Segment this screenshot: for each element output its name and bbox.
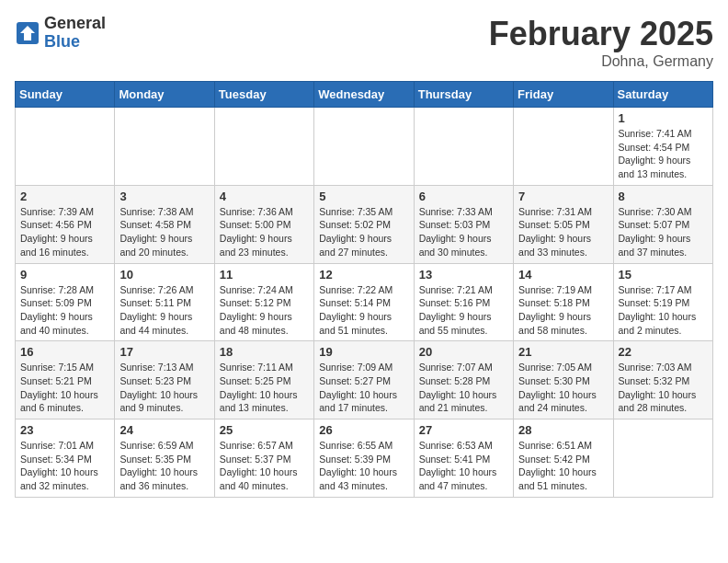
day-cell: 24Sunrise: 6:59 AM Sunset: 5:35 PM Dayli… xyxy=(115,419,214,498)
week-row-5: 23Sunrise: 7:01 AM Sunset: 5:34 PM Dayli… xyxy=(16,419,713,498)
day-number: 17 xyxy=(119,345,209,359)
day-info: Sunrise: 6:53 AM Sunset: 5:41 PM Dayligh… xyxy=(419,439,508,493)
day-cell: 3Sunrise: 7:38 AM Sunset: 4:58 PM Daylig… xyxy=(115,185,214,263)
day-number: 9 xyxy=(20,268,109,282)
day-info: Sunrise: 7:11 AM Sunset: 5:25 PM Dayligh… xyxy=(220,361,309,415)
day-number: 2 xyxy=(20,190,109,203)
day-number: 28 xyxy=(518,423,608,437)
day-cell: 16Sunrise: 7:15 AM Sunset: 5:21 PM Dayli… xyxy=(16,341,115,419)
day-number: 26 xyxy=(319,423,408,437)
day-number: 3 xyxy=(119,190,209,203)
day-cell: 18Sunrise: 7:11 AM Sunset: 5:25 PM Dayli… xyxy=(214,341,313,419)
day-info: Sunrise: 6:55 AM Sunset: 5:39 PM Dayligh… xyxy=(319,439,408,493)
day-info: Sunrise: 6:57 AM Sunset: 5:37 PM Dayligh… xyxy=(220,439,309,493)
day-info: Sunrise: 7:09 AM Sunset: 5:27 PM Dayligh… xyxy=(319,361,408,415)
day-info: Sunrise: 7:15 AM Sunset: 5:21 PM Dayligh… xyxy=(20,361,109,415)
title-block: February 2025 Dohna, Germany xyxy=(489,15,713,70)
day-info: Sunrise: 7:22 AM Sunset: 5:14 PM Dayligh… xyxy=(319,283,408,338)
day-cell: 12Sunrise: 7:22 AM Sunset: 5:14 PM Dayli… xyxy=(314,263,414,341)
day-number: 12 xyxy=(319,268,408,282)
day-info: Sunrise: 7:39 AM Sunset: 4:56 PM Dayligh… xyxy=(20,205,109,259)
day-number: 22 xyxy=(619,345,708,359)
day-cell: 23Sunrise: 7:01 AM Sunset: 5:34 PM Dayli… xyxy=(16,419,115,498)
logo-blue-text: Blue xyxy=(44,33,106,52)
day-cell: 7Sunrise: 7:31 AM Sunset: 5:05 PM Daylig… xyxy=(514,185,613,263)
day-number: 23 xyxy=(20,423,109,437)
day-cell: 4Sunrise: 7:36 AM Sunset: 5:00 PM Daylig… xyxy=(214,185,313,263)
weekday-header-wednesday: Wednesday xyxy=(314,82,414,108)
weekday-header-sunday: Sunday xyxy=(16,82,115,108)
day-info: Sunrise: 7:21 AM Sunset: 5:16 PM Dayligh… xyxy=(419,283,508,338)
day-number: 7 xyxy=(518,190,608,203)
day-cell: 1Sunrise: 7:41 AM Sunset: 4:54 PM Daylig… xyxy=(613,108,712,186)
day-cell: 5Sunrise: 7:35 AM Sunset: 5:02 PM Daylig… xyxy=(314,185,414,263)
day-info: Sunrise: 7:07 AM Sunset: 5:28 PM Dayligh… xyxy=(419,361,508,415)
day-number: 6 xyxy=(419,190,508,203)
day-number: 10 xyxy=(119,268,209,282)
day-number: 13 xyxy=(419,268,508,282)
day-number: 25 xyxy=(220,423,309,437)
day-info: Sunrise: 7:19 AM Sunset: 5:18 PM Dayligh… xyxy=(518,283,608,338)
day-info: Sunrise: 7:24 AM Sunset: 5:12 PM Dayligh… xyxy=(220,283,309,338)
day-info: Sunrise: 6:59 AM Sunset: 5:35 PM Dayligh… xyxy=(119,439,209,493)
week-row-4: 16Sunrise: 7:15 AM Sunset: 5:21 PM Dayli… xyxy=(16,341,713,419)
day-number: 5 xyxy=(319,190,408,203)
page-header: General Blue February 2025 Dohna, German… xyxy=(15,15,713,70)
day-info: Sunrise: 7:30 AM Sunset: 5:07 PM Dayligh… xyxy=(619,205,708,259)
day-cell: 2Sunrise: 7:39 AM Sunset: 4:56 PM Daylig… xyxy=(16,185,115,263)
day-cell: 19Sunrise: 7:09 AM Sunset: 5:27 PM Dayli… xyxy=(314,341,414,419)
day-info: Sunrise: 7:35 AM Sunset: 5:02 PM Dayligh… xyxy=(319,205,408,259)
day-cell xyxy=(314,108,414,186)
day-cell xyxy=(613,419,712,498)
week-row-3: 9Sunrise: 7:28 AM Sunset: 5:09 PM Daylig… xyxy=(16,263,713,341)
day-number: 27 xyxy=(419,423,508,437)
day-cell: 9Sunrise: 7:28 AM Sunset: 5:09 PM Daylig… xyxy=(16,263,115,341)
day-info: Sunrise: 7:28 AM Sunset: 5:09 PM Dayligh… xyxy=(20,283,109,338)
day-info: Sunrise: 7:33 AM Sunset: 5:03 PM Dayligh… xyxy=(419,205,508,259)
day-cell xyxy=(115,108,214,186)
day-cell: 8Sunrise: 7:30 AM Sunset: 5:07 PM Daylig… xyxy=(613,185,712,263)
day-info: Sunrise: 7:26 AM Sunset: 5:11 PM Dayligh… xyxy=(119,283,209,338)
day-cell xyxy=(514,108,613,186)
day-cell: 6Sunrise: 7:33 AM Sunset: 5:03 PM Daylig… xyxy=(414,185,513,263)
day-info: Sunrise: 7:17 AM Sunset: 5:19 PM Dayligh… xyxy=(619,283,708,338)
day-info: Sunrise: 7:13 AM Sunset: 5:23 PM Dayligh… xyxy=(119,361,209,415)
day-number: 14 xyxy=(518,268,608,282)
day-cell: 20Sunrise: 7:07 AM Sunset: 5:28 PM Dayli… xyxy=(414,341,513,419)
day-info: Sunrise: 7:31 AM Sunset: 5:05 PM Dayligh… xyxy=(518,205,608,259)
day-cell: 21Sunrise: 7:05 AM Sunset: 5:30 PM Dayli… xyxy=(514,341,613,419)
weekday-header-thursday: Thursday xyxy=(414,82,513,108)
day-number: 8 xyxy=(619,190,708,203)
day-cell: 28Sunrise: 6:51 AM Sunset: 5:42 PM Dayli… xyxy=(514,419,613,498)
logo: General Blue xyxy=(15,15,106,52)
day-number: 21 xyxy=(518,345,608,359)
location-text: Dohna, Germany xyxy=(489,53,713,70)
day-cell: 13Sunrise: 7:21 AM Sunset: 5:16 PM Dayli… xyxy=(414,263,513,341)
day-number: 19 xyxy=(319,345,408,359)
day-cell: 22Sunrise: 7:03 AM Sunset: 5:32 PM Dayli… xyxy=(613,341,712,419)
day-cell: 15Sunrise: 7:17 AM Sunset: 5:19 PM Dayli… xyxy=(613,263,712,341)
day-cell: 11Sunrise: 7:24 AM Sunset: 5:12 PM Dayli… xyxy=(214,263,313,341)
day-info: Sunrise: 7:41 AM Sunset: 4:54 PM Dayligh… xyxy=(619,127,708,181)
weekday-header-monday: Monday xyxy=(115,82,214,108)
day-cell: 17Sunrise: 7:13 AM Sunset: 5:23 PM Dayli… xyxy=(115,341,214,419)
weekday-header-friday: Friday xyxy=(514,82,613,108)
day-cell: 27Sunrise: 6:53 AM Sunset: 5:41 PM Dayli… xyxy=(414,419,513,498)
day-cell xyxy=(214,108,313,186)
day-number: 18 xyxy=(220,345,309,359)
weekday-header-row: SundayMondayTuesdayWednesdayThursdayFrid… xyxy=(16,82,713,108)
day-number: 1 xyxy=(619,111,708,125)
day-number: 20 xyxy=(419,345,508,359)
day-number: 16 xyxy=(20,345,109,359)
day-number: 15 xyxy=(619,268,708,282)
day-info: Sunrise: 7:01 AM Sunset: 5:34 PM Dayligh… xyxy=(20,439,109,493)
logo-icon xyxy=(15,20,40,46)
day-info: Sunrise: 7:05 AM Sunset: 5:30 PM Dayligh… xyxy=(518,361,608,415)
day-cell: 14Sunrise: 7:19 AM Sunset: 5:18 PM Dayli… xyxy=(514,263,613,341)
day-cell: 26Sunrise: 6:55 AM Sunset: 5:39 PM Dayli… xyxy=(314,419,414,498)
day-cell xyxy=(414,108,513,186)
week-row-1: 1Sunrise: 7:41 AM Sunset: 4:54 PM Daylig… xyxy=(16,108,713,186)
weekday-header-saturday: Saturday xyxy=(613,82,712,108)
day-info: Sunrise: 7:03 AM Sunset: 5:32 PM Dayligh… xyxy=(619,361,708,415)
day-number: 4 xyxy=(220,190,309,203)
